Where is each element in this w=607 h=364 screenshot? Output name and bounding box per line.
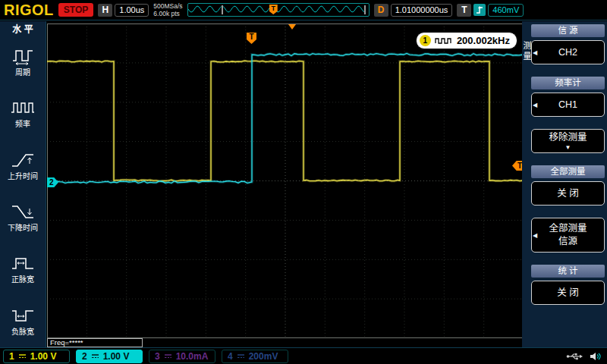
trigger-group: T 460mV: [457, 4, 524, 17]
rigol-logo: RIGOL: [4, 2, 54, 17]
speaker-icon: [590, 352, 601, 361]
submenu-left-arrow-icon: [533, 49, 537, 56]
negative-pulse-width-icon: [10, 306, 36, 325]
menu-group-statistics: 统 计 关 闭: [531, 265, 605, 305]
channel-scale: 10.0mA: [176, 351, 209, 362]
window-bracket-right: [364, 5, 366, 14]
sample-rate: 500MSa/s: [153, 2, 182, 10]
channel-number: 1: [9, 351, 14, 362]
timebase-value: 1.00us: [115, 4, 149, 17]
bottom-channel-bar: 1 1.00 V 2 1.00 V 3 10.0mA 4 200mV: [0, 347, 607, 364]
waveform-canvas: [47, 24, 524, 338]
menu-header-all-measure: 全部测量: [531, 165, 605, 178]
trigger-level-value: 460mV: [488, 4, 524, 17]
channel-1-chip: 1: [420, 35, 431, 46]
acquisition-info: 500MSa/s 6.00k pts: [153, 2, 182, 17]
channel-number: 4: [228, 351, 233, 362]
trigger-edge-icon: [473, 4, 486, 16]
menu-group-all-measure: 全部测量 关 闭: [531, 165, 605, 206]
sidebar-item-period[interactable]: 周期: [0, 36, 46, 88]
menu-button-label: 关 闭: [557, 187, 578, 200]
sidebar-item-label: 正脉宽: [11, 273, 34, 284]
dc-coupling-icon: [164, 353, 172, 359]
right-menu-panel: 测量 信 源 CH2 频率计 CH1 移除测量: [522, 21, 607, 347]
menu-button-source-ch2[interactable]: CH2: [531, 40, 605, 64]
trigger-label: T: [457, 4, 471, 17]
soft-menu: 信 源 CH2 频率计 CH1 移除测量 全部测量: [531, 24, 605, 317]
channel-scale: 1.00 V: [30, 351, 57, 362]
menu-button-label: CH2: [558, 46, 577, 59]
menu-group-freq-counter: 频率计 CH1: [531, 77, 605, 117]
sidebar-item-rise-time[interactable]: 上升时间: [0, 140, 46, 192]
left-function-sidebar: 水 平 周期 频率 上升时间 下降时间: [0, 21, 46, 347]
sidebar-item-label: 周期: [15, 66, 30, 77]
sidebar-title: 水 平: [12, 23, 33, 36]
menu-button-all-measure-off[interactable]: 关 闭: [531, 181, 605, 206]
menu-header-source: 信 源: [531, 24, 605, 37]
usb-icon: [566, 353, 583, 360]
square-wave-icon: [435, 36, 453, 45]
channel-3-status[interactable]: 3 10.0mA: [149, 350, 215, 363]
delay-group: D 1.01000000us: [374, 4, 453, 17]
menu-button-label: 关 闭: [557, 287, 578, 300]
oscilloscope-screen: RIGOL STOP H 1.00us 500MSa/s 6.00k pts T…: [0, 0, 607, 364]
menu-group-all-measure-source: 全部测量 信源: [531, 218, 605, 253]
frequency-icon: [10, 99, 36, 117]
measurement-badge: 1 200.002kHz: [416, 32, 517, 49]
channel-4-status[interactable]: 4 200mV: [222, 350, 288, 363]
dc-coupling-icon: [91, 353, 99, 359]
channel-scale: 1.00 V: [103, 351, 130, 362]
delay-value: 1.01000000us: [391, 4, 453, 17]
period-icon: [10, 47, 36, 65]
horizontal-group: H 1.00us: [98, 4, 149, 17]
sidebar-item-frequency[interactable]: 频率: [0, 88, 46, 140]
menu-group-source: 信 源 CH2: [531, 24, 605, 64]
dc-coupling-icon: [237, 353, 245, 359]
dc-coupling-icon: [18, 353, 27, 359]
menu-button-all-measure-source[interactable]: 全部测量 信源: [531, 218, 605, 253]
sidebar-item-positive-pulse-width[interactable]: 正脉宽: [0, 243, 46, 295]
sidebar-item-label: 下降时间: [8, 221, 38, 233]
frequency-readout: Freq=*****: [47, 338, 143, 347]
sidebar-item-fall-time[interactable]: 下降时间: [0, 192, 46, 243]
rise-time-icon: [10, 151, 36, 169]
sidebar-item-label: 负脉宽: [11, 325, 34, 337]
menu-button-remove-measure[interactable]: 移除测量: [531, 129, 605, 153]
memory-waveform-preview: T: [187, 3, 370, 17]
status-icons: [566, 352, 604, 361]
channel-2-status[interactable]: 2 1.00 V: [76, 350, 143, 363]
menu-button-label-line2: 信源: [558, 235, 577, 248]
menu-header-freq-counter: 频率计: [531, 77, 605, 89]
delay-label: D: [374, 4, 388, 17]
positive-pulse-width-icon: [10, 254, 36, 272]
delay-position-marker-icon: [288, 24, 296, 30]
memory-depth: 6.00k pts: [153, 10, 182, 17]
sidebar-item-label: 频率: [15, 118, 30, 129]
submenu-left-arrow-icon: [533, 232, 537, 239]
horizontal-label: H: [98, 4, 112, 17]
sidebar-item-label: 上升时间: [8, 170, 38, 181]
menu-button-label-line1: 全部测量: [549, 222, 587, 235]
sidebar-item-negative-pulse-width[interactable]: 负脉宽: [0, 296, 46, 347]
channel-number: 3: [155, 351, 160, 362]
menu-group-remove-measure: 移除测量: [531, 129, 605, 153]
fall-time-icon: [10, 202, 36, 221]
submenu-left-arrow-icon: [533, 102, 537, 108]
menu-header-statistics: 统 计: [531, 265, 605, 278]
channel-number: 2: [82, 351, 87, 362]
channel-1-status[interactable]: 1 1.00 V: [3, 350, 70, 363]
measurement-value: 200.002kHz: [457, 35, 510, 46]
menu-button-freq-counter-ch1[interactable]: CH1: [531, 93, 605, 117]
top-status-bar: RIGOL STOP H 1.00us 500MSa/s 6.00k pts T…: [0, 0, 607, 20]
submenu-down-arrow-icon: [565, 144, 571, 151]
run-state-badge: STOP: [58, 3, 93, 17]
menu-button-statistics-off[interactable]: 关 闭: [531, 281, 605, 305]
window-bracket-left: [222, 5, 223, 14]
menu-button-label: CH1: [558, 99, 577, 111]
waveform-display: 1 200.002kHz 2 T T: [47, 24, 524, 338]
channel-scale: 200mV: [249, 351, 278, 362]
menu-button-label: 移除测量: [549, 131, 587, 144]
